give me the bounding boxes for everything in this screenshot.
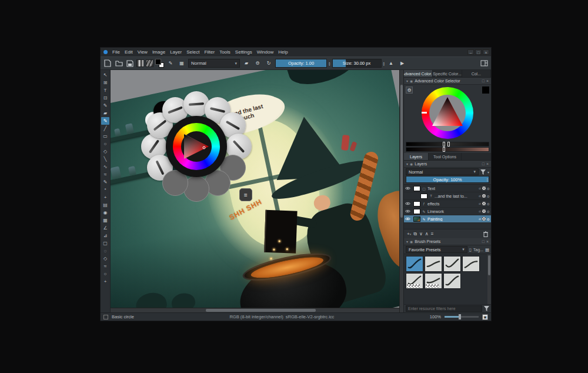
fit-page-button[interactable]: ▣: [482, 314, 488, 320]
calligraphy-tool[interactable]: ✎: [101, 102, 109, 109]
preserve-alpha-icon[interactable]: ⚙: [253, 59, 262, 68]
menu-tools[interactable]: Tools: [217, 49, 233, 55]
inherit-alpha-icon[interactable]: α: [479, 194, 480, 198]
display-mode-icon[interactable]: ▦: [485, 247, 489, 252]
delete-layer-button[interactable]: [483, 231, 488, 237]
vertical-scrollbar[interactable]: [399, 70, 403, 312]
layer-row-text[interactable]: ▢Textα⚙: [404, 185, 491, 192]
layer-properties-button[interactable]: ≡: [431, 231, 434, 237]
bezier-curve-tool[interactable]: ∿: [101, 163, 109, 171]
multibrush-tool[interactable]: *: [101, 186, 109, 194]
menu-edit[interactable]: Edit: [122, 49, 135, 55]
line-tool[interactable]: ╱: [101, 125, 109, 132]
layer-row-effects[interactable]: ƒeffectsα⚙: [404, 200, 491, 208]
popup-palette[interactable]: ≡: [123, 73, 270, 220]
ellipse-select-tool[interactable]: ◌: [101, 247, 109, 255]
saturation-gradient-bar[interactable]: [406, 147, 489, 152]
tab-color-extra[interactable]: Col...: [462, 70, 491, 77]
transform-tool[interactable]: ⊞: [101, 79, 109, 86]
menu-layer[interactable]: Layer: [168, 49, 184, 55]
layer-filter-funnel-icon[interactable]: [480, 169, 486, 175]
layer-properties-icon[interactable]: ⚙: [487, 202, 490, 206]
pan-tool[interactable]: +: [101, 278, 109, 285]
tab-tool-options[interactable]: Tool Options: [429, 153, 462, 160]
reload-preset-icon[interactable]: ↻: [264, 59, 273, 68]
preset-grid-scrollbar[interactable]: [487, 254, 491, 304]
size-slider[interactable]: Size: 30.00 px: [332, 59, 382, 68]
blend-mode-dropdown[interactable]: Normal ▾: [188, 59, 240, 68]
layer-row-painting[interactable]: ✎Paintingα⚙: [404, 215, 491, 223]
ellipse-tool[interactable]: ○: [101, 140, 109, 148]
layer-visibility-eye-icon[interactable]: [405, 209, 411, 213]
brush-preset-tile[interactable]: [443, 256, 461, 272]
assistants-tool[interactable]: ⊿: [101, 232, 109, 239]
value-gradient-bar[interactable]: [406, 142, 489, 146]
size-spinner[interactable]: ▴▾: [383, 61, 385, 66]
float-docker-icon[interactable]: □: [482, 162, 485, 166]
move-layer-down-button[interactable]: ∨: [419, 231, 423, 237]
color-picker-tool[interactable]: ◉: [101, 209, 109, 217]
layer-visibility-eye-icon[interactable]: [405, 202, 411, 205]
rectangle-tool[interactable]: ▭: [101, 132, 109, 140]
alpha-lock-icon[interactable]: [482, 186, 486, 190]
horizontal-scrollbar[interactable]: [111, 308, 399, 312]
advanced-color-selector[interactable]: ⚙: [404, 85, 491, 141]
workspace-chooser-icon[interactable]: [479, 59, 489, 68]
menu-filter[interactable]: Filter: [202, 49, 217, 55]
rect-select-tool[interactable]: ▢: [101, 239, 109, 247]
menu-help[interactable]: Help: [276, 49, 290, 55]
new-document-button[interactable]: [103, 59, 112, 68]
menu-image[interactable]: Image: [150, 49, 168, 55]
tab-specific-color[interactable]: Specific Color...: [433, 70, 462, 77]
zoom-tool[interactable]: ○: [101, 270, 109, 278]
zoom-slider[interactable]: [445, 316, 479, 318]
brush-preset-chooser-icon[interactable]: ▦: [177, 59, 186, 68]
brush-preset-tile[interactable]: [462, 256, 480, 272]
float-docker-icon[interactable]: □: [482, 79, 485, 83]
save-button[interactable]: [125, 59, 135, 68]
freehand-path-tool[interactable]: ≈: [101, 171, 109, 178]
pattern-edit-tool[interactable]: ▦: [101, 217, 109, 224]
layer-properties-icon[interactable]: ⚙: [487, 217, 490, 221]
maximize-button[interactable]: □: [475, 49, 482, 55]
eraser-mode-icon[interactable]: ▰: [242, 59, 251, 68]
color-settings-gear-icon[interactable]: ⚙: [406, 86, 413, 94]
crop-tool[interactable]: ⊡: [101, 94, 109, 102]
close-docker-icon[interactable]: ×: [486, 239, 489, 244]
mirror-horizontal-icon[interactable]: ▲: [386, 59, 396, 68]
mirror-vertical-icon[interactable]: ▶: [397, 59, 407, 68]
close-docker-icon[interactable]: ×: [486, 79, 489, 83]
minimize-button[interactable]: –: [467, 49, 474, 55]
menu-view[interactable]: View: [135, 49, 150, 55]
layer-blend-mode-dropdown[interactable]: Normal ▾: [406, 168, 479, 175]
pointer-tool[interactable]: ↖: [101, 71, 109, 79]
text-tool[interactable]: T: [101, 86, 109, 94]
layer-properties-icon[interactable]: ⚙: [487, 194, 490, 198]
layer-properties-icon[interactable]: ⚙: [487, 186, 490, 191]
add-tag-icon[interactable]: ▯: [469, 247, 472, 252]
close-docker-icon[interactable]: ×: [486, 162, 489, 166]
duplicate-layer-button[interactable]: ⧉: [413, 231, 417, 237]
tag-label[interactable]: Tag...: [473, 248, 483, 252]
alpha-lock-icon[interactable]: [482, 209, 486, 213]
tab-advanced-color[interactable]: Advanced Color...: [404, 70, 433, 77]
float-docker-icon[interactable]: □: [482, 239, 485, 244]
brush-outline-checkbox[interactable]: [103, 315, 108, 319]
measure-tool[interactable]: ∠: [101, 224, 109, 232]
fg-bg-color-chooser[interactable]: [155, 59, 164, 68]
layer-properties-icon[interactable]: ⚙: [487, 209, 490, 214]
preset-filter-dropdown[interactable]: Favorite Presets ▾: [406, 246, 467, 253]
polyline-tool[interactable]: ╲: [101, 155, 109, 163]
inherit-alpha-icon[interactable]: α: [479, 209, 480, 214]
brush-preset-tile[interactable]: [425, 256, 442, 272]
dynamic-brush-tool[interactable]: ✎: [101, 178, 109, 186]
layer-row--and-the-last-to-[interactable]: T...and the last to...α⚙: [404, 192, 491, 200]
freehand-brush-tool[interactable]: ✎: [101, 117, 109, 125]
canvas-viewport[interactable]: ...and the last touch SHH SHH: [111, 70, 399, 312]
layer-row-linework[interactable]: ✎Lineworkα⚙: [404, 208, 491, 215]
palette-settings-button[interactable]: ≡: [239, 188, 252, 201]
polygon-tool[interactable]: ◇: [101, 148, 109, 155]
brush-preset-tile[interactable]: [443, 273, 461, 289]
gradient-tool[interactable]: ▤: [101, 201, 109, 209]
inherit-alpha-icon[interactable]: α: [479, 217, 480, 221]
